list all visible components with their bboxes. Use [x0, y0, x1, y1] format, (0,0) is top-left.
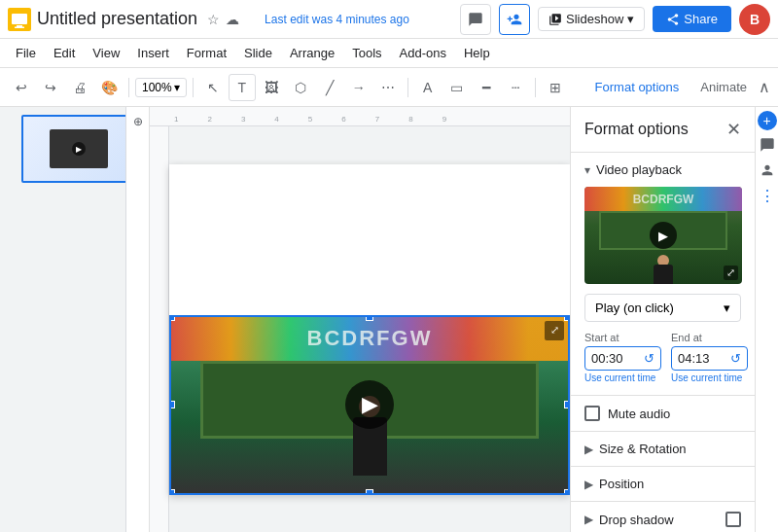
end-time-input[interactable]	[678, 351, 726, 366]
slides-panel: 1 ▶	[0, 107, 126, 532]
drop-shadow-title: Drop shadow	[599, 513, 720, 527]
resize-handle-bl[interactable]	[169, 489, 175, 495]
toolbar-collapse-icon[interactable]: ∧	[759, 78, 770, 96]
toolbar-line[interactable]: ╱	[316, 74, 343, 101]
right-tool-add[interactable]: +	[758, 111, 777, 130]
format-panel-header: Format options ✕	[571, 107, 755, 153]
svg-rect-3	[15, 26, 24, 28]
user-avatar[interactable]: B	[739, 4, 770, 35]
video-playback-header[interactable]: ▾ Video playback	[571, 153, 755, 187]
preview-person-body	[654, 265, 673, 284]
left-tool-guides[interactable]: ⊕	[127, 111, 149, 132]
share-label: Share	[684, 12, 718, 26]
menu-arrange[interactable]: Arrange	[282, 43, 342, 63]
title-bar-right: Slideshow ▾ Share B	[460, 4, 770, 35]
resize-handle-bm[interactable]	[366, 489, 373, 495]
toolbar-redo[interactable]: ↪	[37, 74, 64, 101]
end-time-refresh-icon[interactable]: ↺	[730, 351, 741, 366]
size-rotation-title: Size & Rotation	[599, 442, 741, 456]
menu-view[interactable]: View	[85, 43, 127, 63]
menu-help[interactable]: Help	[456, 43, 498, 63]
menu-edit[interactable]: Edit	[46, 43, 83, 63]
slideshow-dropdown-icon[interactable]: ▾	[627, 12, 634, 26]
preview-expand-icon[interactable]: ⤢	[724, 266, 738, 280]
start-use-current[interactable]: Use current time	[584, 372, 661, 383]
resize-handle-tr[interactable]	[564, 315, 570, 321]
cloud-icon[interactable]: ☁	[226, 12, 239, 27]
play-trigger-label: Play (on click)	[595, 301, 674, 315]
slide-canvas[interactable]: BCDRFGW ▶ ⤢	[169, 164, 570, 495]
drop-shadow-checkbox[interactable]	[725, 512, 741, 527]
add-people-button[interactable]	[499, 4, 530, 35]
star-icon[interactable]: ☆	[207, 12, 220, 27]
resize-handle-ml[interactable]	[169, 401, 175, 408]
format-panel-close-button[interactable]: ✕	[726, 119, 741, 140]
toolbar-divider-3	[407, 78, 408, 97]
resize-handle-tl[interactable]	[169, 315, 175, 321]
toolbar-arrow-line[interactable]: →	[345, 74, 372, 101]
end-use-current[interactable]: Use current time	[671, 372, 748, 383]
drop-shadow-section[interactable]: ▶ Drop shadow	[571, 502, 755, 532]
menu-insert[interactable]: Insert	[129, 43, 177, 63]
toolbar-print[interactable]: 🖨	[66, 74, 93, 101]
position-section[interactable]: ▶ Position	[571, 467, 755, 502]
toolbar-shapes[interactable]: ⬡	[287, 74, 314, 101]
video-banner: BCDRFGW	[171, 317, 568, 361]
slide-1-container: 1 ▶	[4, 115, 122, 183]
toolbar-cursor[interactable]: ↖	[199, 74, 227, 101]
play-trigger-select[interactable]: Play (on click) ▾	[584, 294, 741, 322]
toolbar-border-dash[interactable]: ┄	[502, 74, 529, 101]
right-tool-person[interactable]	[757, 160, 778, 181]
mute-audio-checkbox[interactable]	[584, 406, 600, 421]
video-element[interactable]: BCDRFGW ▶ ⤢	[169, 315, 570, 495]
end-time-input-wrap: ↺	[671, 346, 748, 371]
format-options-button[interactable]: Format options	[585, 76, 690, 98]
share-button[interactable]: Share	[653, 6, 731, 32]
menu-addons[interactable]: Add-ons	[392, 43, 454, 63]
start-time-refresh-icon[interactable]: ↺	[644, 351, 654, 366]
slide-thumbnail-1[interactable]: ▶	[21, 115, 126, 183]
menu-slide[interactable]: Slide	[236, 43, 280, 63]
right-tool-comment[interactable]	[757, 134, 778, 156]
toolbar-undo[interactable]: ↩	[8, 74, 35, 101]
title-icons: ☆ ☁	[207, 12, 239, 27]
toolbar-divider-2	[193, 78, 194, 97]
right-tool-more[interactable]: ⋮	[757, 185, 778, 206]
toolbar-bg-color[interactable]: A	[414, 74, 442, 101]
slide-thumb-play-icon: ▶	[72, 142, 86, 156]
menu-format[interactable]: Format	[179, 43, 234, 63]
mute-audio-label: Mute audio	[608, 407, 670, 421]
slideshow-button[interactable]: Slideshow ▾	[538, 7, 645, 31]
start-time-input[interactable]	[591, 351, 640, 366]
menu-tools[interactable]: Tools	[344, 43, 389, 63]
last-edit[interactable]: Last edit was 4 minutes ago	[265, 13, 409, 26]
resize-handle-mr[interactable]	[564, 401, 570, 408]
video-play-button[interactable]: ▶	[345, 380, 394, 429]
toolbar-image[interactable]: 🖼	[258, 74, 285, 101]
slide-thumb-video: ▶	[50, 129, 108, 168]
size-rotation-section[interactable]: ▶ Size & Rotation	[571, 432, 755, 467]
mute-audio-row: Mute audio	[571, 396, 755, 432]
right-tools: + ⋮	[755, 107, 778, 532]
presentation-title[interactable]: Untitled presentation	[37, 9, 197, 29]
toolbar-paint-format[interactable]: 🎨	[95, 74, 123, 101]
preview-play-button[interactable]: ▶	[650, 222, 677, 249]
canvas-area[interactable]: 1 2 3 4 5 6 7 8 9 BCDRFGW	[150, 107, 570, 532]
menu-bar: File Edit View Insert Format Slide Arran…	[0, 39, 778, 68]
ruler-vertical	[150, 126, 169, 532]
toolbar-textbox[interactable]: T	[229, 74, 256, 101]
chat-button[interactable]	[460, 4, 491, 35]
format-panel-title: Format options	[584, 121, 689, 138]
video-playback-section: ▾ Video playback BCDRFGW ▶ ⤢ P	[571, 153, 755, 396]
toolbar-more-shapes[interactable]: ⋯	[374, 74, 402, 101]
toolbar-border-color[interactable]: ▭	[443, 74, 471, 101]
toolbar-arrange[interactable]: ⊞	[542, 74, 569, 101]
resize-handle-tm[interactable]	[366, 315, 373, 321]
format-video-preview[interactable]: BCDRFGW ▶ ⤢	[584, 187, 742, 284]
zoom-select[interactable]: 100% ▾	[135, 78, 187, 97]
toolbar-border-weight[interactable]: ━	[473, 74, 500, 101]
video-expand-icon[interactable]: ⤢	[545, 321, 564, 340]
resize-handle-br[interactable]	[564, 489, 570, 495]
animate-button[interactable]: Animate	[690, 76, 757, 98]
menu-file[interactable]: File	[8, 43, 44, 63]
